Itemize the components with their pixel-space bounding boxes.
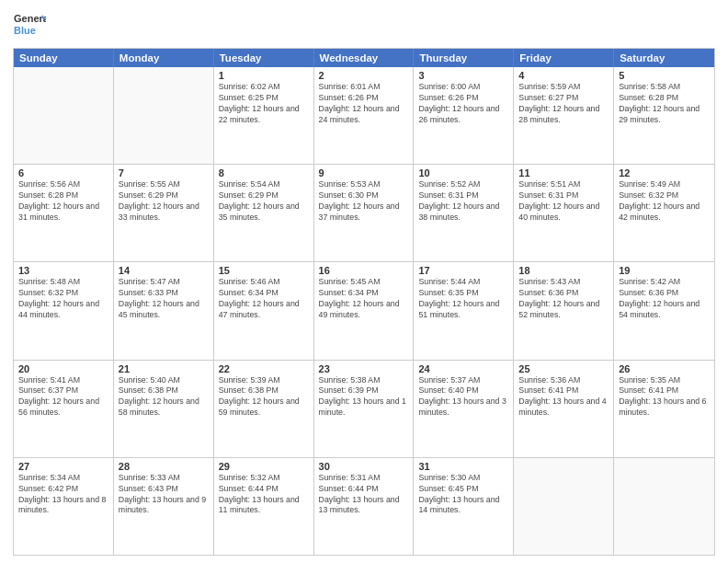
week-row-4: 20Sunrise: 5:41 AMSunset: 6:37 PMDayligh… [14, 360, 714, 457]
day-25: 25Sunrise: 5:36 AMSunset: 6:41 PMDayligh… [514, 361, 614, 457]
cell-info: Sunrise: 5:33 AMSunset: 6:43 PMDaylight:… [119, 473, 209, 517]
cell-info: Sunrise: 5:41 AMSunset: 6:37 PMDaylight:… [18, 375, 108, 419]
cell-info: Sunrise: 5:47 AMSunset: 6:33 PMDaylight:… [119, 277, 209, 321]
header-day-thursday: Thursday [414, 49, 514, 67]
cell-info: Sunrise: 6:01 AMSunset: 6:26 PMDaylight:… [319, 82, 409, 126]
empty-cell-0-0 [14, 67, 114, 164]
day-30: 30Sunrise: 5:31 AMSunset: 6:44 PMDayligh… [314, 458, 415, 555]
day-number: 10 [418, 167, 508, 178]
day-number: 14 [119, 265, 209, 276]
day-number: 29 [219, 461, 309, 472]
cell-info: Sunrise: 5:31 AMSunset: 6:44 PMDaylight:… [319, 473, 409, 517]
day-number: 7 [119, 167, 209, 178]
day-number: 18 [518, 265, 609, 276]
day-number: 15 [219, 265, 309, 276]
day-number: 27 [18, 461, 108, 472]
day-number: 28 [119, 461, 209, 472]
day-number: 21 [119, 363, 209, 374]
cell-info: Sunrise: 5:46 AMSunset: 6:34 PMDaylight:… [219, 277, 309, 321]
week-row-2: 6Sunrise: 5:56 AMSunset: 6:28 PMDaylight… [14, 164, 714, 261]
empty-cell-0-1 [114, 67, 214, 164]
empty-cell-4-5 [514, 458, 614, 555]
header-day-sunday: Sunday [14, 49, 114, 67]
cell-info: Sunrise: 5:37 AMSunset: 6:40 PMDaylight:… [418, 375, 508, 419]
day-18: 18Sunrise: 5:43 AMSunset: 6:36 PMDayligh… [514, 262, 614, 359]
header-day-tuesday: Tuesday [214, 49, 314, 67]
day-number: 30 [319, 461, 409, 472]
cell-info: Sunrise: 5:30 AMSunset: 6:45 PMDaylight:… [418, 473, 508, 517]
cell-info: Sunrise: 5:55 AMSunset: 6:29 PMDaylight:… [119, 179, 209, 224]
cell-info: Sunrise: 5:49 AMSunset: 6:32 PMDaylight:… [619, 179, 710, 224]
day-number: 12 [619, 167, 710, 178]
day-20: 20Sunrise: 5:41 AMSunset: 6:37 PMDayligh… [14, 361, 114, 457]
day-27: 27Sunrise: 5:34 AMSunset: 6:42 PMDayligh… [14, 458, 114, 555]
day-24: 24Sunrise: 5:37 AMSunset: 6:40 PMDayligh… [414, 361, 514, 457]
day-31: 31Sunrise: 5:30 AMSunset: 6:45 PMDayligh… [414, 458, 514, 555]
cell-info: Sunrise: 5:48 AMSunset: 6:32 PMDaylight:… [18, 277, 108, 321]
logo: General Blue [13, 9, 46, 42]
cell-info: Sunrise: 5:32 AMSunset: 6:44 PMDaylight:… [219, 473, 309, 517]
calendar-header: SundayMondayTuesdayWednesdayThursdayFrid… [14, 49, 714, 67]
day-26: 26Sunrise: 5:35 AMSunset: 6:41 PMDayligh… [614, 361, 714, 457]
cell-info: Sunrise: 5:45 AMSunset: 6:34 PMDaylight:… [319, 277, 409, 321]
cell-info: Sunrise: 5:54 AMSunset: 6:29 PMDaylight:… [219, 179, 309, 224]
header-day-wednesday: Wednesday [314, 49, 415, 67]
day-number: 4 [518, 70, 609, 81]
day-4: 4Sunrise: 5:59 AMSunset: 6:27 PMDaylight… [514, 67, 614, 164]
day-12: 12Sunrise: 5:49 AMSunset: 6:32 PMDayligh… [614, 165, 714, 261]
svg-text:Blue: Blue [14, 25, 36, 36]
day-number: 19 [619, 265, 710, 276]
cell-info: Sunrise: 5:53 AMSunset: 6:30 PMDaylight:… [319, 179, 409, 224]
day-number: 5 [619, 70, 710, 81]
day-number: 22 [219, 363, 309, 374]
week-row-3: 13Sunrise: 5:48 AMSunset: 6:32 PMDayligh… [14, 261, 714, 359]
day-number: 20 [18, 363, 108, 374]
day-1: 1Sunrise: 6:02 AMSunset: 6:25 PMDaylight… [214, 67, 314, 164]
cell-info: Sunrise: 5:40 AMSunset: 6:38 PMDaylight:… [119, 375, 209, 419]
day-8: 8Sunrise: 5:54 AMSunset: 6:29 PMDaylight… [214, 165, 314, 261]
day-number: 26 [619, 363, 710, 374]
cell-info: Sunrise: 5:58 AMSunset: 6:28 PMDaylight:… [619, 82, 710, 126]
day-5: 5Sunrise: 5:58 AMSunset: 6:28 PMDaylight… [614, 67, 714, 164]
day-number: 17 [418, 265, 508, 276]
cell-info: Sunrise: 5:51 AMSunset: 6:31 PMDaylight:… [518, 179, 609, 224]
day-23: 23Sunrise: 5:38 AMSunset: 6:39 PMDayligh… [314, 361, 415, 457]
cell-info: Sunrise: 5:59 AMSunset: 6:27 PMDaylight:… [518, 82, 609, 126]
cell-info: Sunrise: 5:56 AMSunset: 6:28 PMDaylight:… [18, 179, 108, 224]
day-19: 19Sunrise: 5:42 AMSunset: 6:36 PMDayligh… [614, 262, 714, 359]
header: General Blue [13, 9, 715, 42]
day-21: 21Sunrise: 5:40 AMSunset: 6:38 PMDayligh… [114, 361, 214, 457]
day-22: 22Sunrise: 5:39 AMSunset: 6:38 PMDayligh… [214, 361, 314, 457]
day-6: 6Sunrise: 5:56 AMSunset: 6:28 PMDaylight… [14, 165, 114, 261]
cell-info: Sunrise: 5:38 AMSunset: 6:39 PMDaylight:… [319, 375, 409, 419]
week-row-5: 27Sunrise: 5:34 AMSunset: 6:42 PMDayligh… [14, 457, 714, 555]
header-day-saturday: Saturday [614, 49, 714, 67]
day-14: 14Sunrise: 5:47 AMSunset: 6:33 PMDayligh… [114, 262, 214, 359]
day-11: 11Sunrise: 5:51 AMSunset: 6:31 PMDayligh… [514, 165, 614, 261]
day-number: 24 [418, 363, 508, 374]
cell-info: Sunrise: 5:39 AMSunset: 6:38 PMDaylight:… [219, 375, 309, 419]
day-10: 10Sunrise: 5:52 AMSunset: 6:31 PMDayligh… [414, 165, 514, 261]
calendar-body: 1Sunrise: 6:02 AMSunset: 6:25 PMDaylight… [14, 67, 714, 555]
day-number: 31 [418, 461, 508, 472]
week-row-1: 1Sunrise: 6:02 AMSunset: 6:25 PMDaylight… [14, 67, 714, 164]
day-number: 8 [219, 167, 309, 178]
cell-info: Sunrise: 5:34 AMSunset: 6:42 PMDaylight:… [18, 473, 108, 517]
cell-info: Sunrise: 5:44 AMSunset: 6:35 PMDaylight:… [418, 277, 508, 321]
day-number: 23 [319, 363, 409, 374]
calendar: SundayMondayTuesdayWednesdayThursdayFrid… [13, 48, 715, 556]
day-number: 13 [18, 265, 108, 276]
day-13: 13Sunrise: 5:48 AMSunset: 6:32 PMDayligh… [14, 262, 114, 359]
cell-info: Sunrise: 5:43 AMSunset: 6:36 PMDaylight:… [518, 277, 609, 321]
day-17: 17Sunrise: 5:44 AMSunset: 6:35 PMDayligh… [414, 262, 514, 359]
day-number: 2 [319, 70, 409, 81]
cell-info: Sunrise: 5:52 AMSunset: 6:31 PMDaylight:… [418, 179, 508, 224]
cell-info: Sunrise: 5:35 AMSunset: 6:41 PMDaylight:… [619, 375, 710, 419]
day-number: 25 [518, 363, 609, 374]
day-15: 15Sunrise: 5:46 AMSunset: 6:34 PMDayligh… [214, 262, 314, 359]
day-29: 29Sunrise: 5:32 AMSunset: 6:44 PMDayligh… [214, 458, 314, 555]
day-number: 1 [219, 70, 309, 81]
day-2: 2Sunrise: 6:01 AMSunset: 6:26 PMDaylight… [314, 67, 415, 164]
day-16: 16Sunrise: 5:45 AMSunset: 6:34 PMDayligh… [314, 262, 415, 359]
day-7: 7Sunrise: 5:55 AMSunset: 6:29 PMDaylight… [114, 165, 214, 261]
